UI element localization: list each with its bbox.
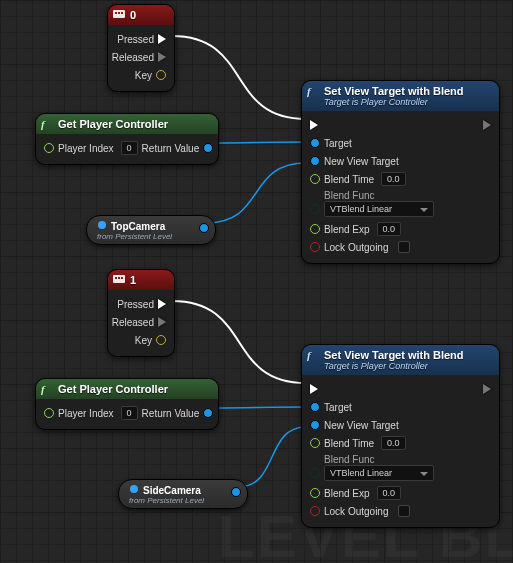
enum-pin-blendfunc[interactable] bbox=[310, 204, 320, 214]
exec-pin-in[interactable] bbox=[310, 384, 318, 394]
object-pin-return[interactable] bbox=[203, 408, 213, 418]
function-icon: f bbox=[41, 384, 52, 395]
event-header: 0 bbox=[108, 5, 174, 25]
node-input-event-1[interactable]: 1 Pressed Released Key bbox=[107, 269, 175, 357]
object-pin-out[interactable] bbox=[231, 487, 241, 497]
svg-rect-9 bbox=[118, 277, 120, 279]
pin-label-key: Key bbox=[131, 70, 156, 81]
pin-label-released: Released bbox=[108, 52, 158, 63]
function-icon: f bbox=[307, 86, 318, 97]
svg-rect-1 bbox=[115, 12, 117, 14]
wire bbox=[172, 36, 306, 119]
function-header: f Get Player Controller bbox=[36, 379, 218, 399]
svg-text:f: f bbox=[307, 86, 312, 97]
node-set-view-target-1[interactable]: f Set View Target with Blend Target is P… bbox=[301, 344, 500, 528]
pin-label-blendexp: Blend Exp bbox=[320, 488, 374, 499]
exec-pin-released[interactable] bbox=[158, 317, 166, 327]
pin-label-blendfunc: Blend Func bbox=[310, 190, 379, 201]
blendexp-value[interactable]: 0.0 bbox=[377, 486, 402, 500]
object-pin-newviewtarget[interactable] bbox=[310, 420, 320, 430]
node-variable-sidecamera[interactable]: SideCamera from Persistent Level bbox=[118, 479, 248, 509]
pin-label-return-value: Return Value bbox=[138, 143, 204, 154]
svg-rect-8 bbox=[115, 277, 117, 279]
exec-pin-pressed[interactable] bbox=[158, 299, 166, 309]
node-subtitle: Target is Player Controller bbox=[324, 361, 491, 371]
enum-pin-blendfunc[interactable] bbox=[310, 468, 320, 478]
variable-title: TopCamera bbox=[111, 221, 165, 232]
exec-pin-in[interactable] bbox=[310, 120, 318, 130]
pin-label-released: Released bbox=[108, 317, 158, 328]
pin-label-target: Target bbox=[320, 402, 356, 413]
exec-pin-out[interactable] bbox=[483, 120, 491, 130]
svg-text:f: f bbox=[307, 350, 312, 361]
event-header: 1 bbox=[108, 270, 174, 290]
svg-rect-3 bbox=[121, 12, 123, 14]
keyboard-event-icon bbox=[113, 275, 125, 285]
svg-rect-10 bbox=[121, 277, 123, 279]
blendfunc-select[interactable]: VTBlend Linear bbox=[324, 465, 434, 481]
object-pin-newviewtarget[interactable] bbox=[310, 156, 320, 166]
svg-rect-2 bbox=[118, 12, 120, 14]
float-pin-blendexp[interactable] bbox=[310, 488, 320, 498]
function-icon: f bbox=[307, 350, 318, 361]
bool-pin-lockoutgoing[interactable] bbox=[310, 242, 320, 252]
int-pin-player-index[interactable] bbox=[44, 143, 54, 153]
node-title: Get Player Controller bbox=[58, 383, 168, 395]
svg-point-12 bbox=[130, 485, 138, 493]
object-pin-target[interactable] bbox=[310, 138, 320, 148]
float-pin-blendtime[interactable] bbox=[310, 174, 320, 184]
pin-label-blendfunc: Blend Func bbox=[310, 454, 379, 465]
node-title: Set View Target with Blend bbox=[324, 349, 464, 361]
svg-point-5 bbox=[98, 221, 106, 229]
exec-pin-released[interactable] bbox=[158, 52, 166, 62]
node-get-player-controller-1[interactable]: f Get Player Controller Player Index 0 R… bbox=[35, 378, 219, 430]
pin-label-blendtime: Blend Time bbox=[320, 438, 378, 449]
node-title: Get Player Controller bbox=[58, 118, 168, 130]
function-header: f Set View Target with Blend Target is P… bbox=[302, 81, 499, 111]
pin-label-target: Target bbox=[320, 138, 356, 149]
pin-label-newviewtarget: New View Target bbox=[320, 156, 403, 167]
pin-label-player-index: Player Index bbox=[54, 143, 118, 154]
event-title: 0 bbox=[130, 9, 136, 21]
pin-label-return-value: Return Value bbox=[138, 408, 204, 419]
key-pin[interactable] bbox=[156, 335, 166, 345]
blendfunc-select[interactable]: VTBlend Linear bbox=[324, 201, 434, 217]
keyboard-event-icon bbox=[113, 10, 125, 20]
float-pin-blendexp[interactable] bbox=[310, 224, 320, 234]
variable-icon bbox=[129, 484, 139, 496]
pin-label-lockoutgoing: Lock Outgoing bbox=[320, 506, 393, 517]
event-title: 1 bbox=[130, 274, 136, 286]
bool-pin-lockoutgoing[interactable] bbox=[310, 506, 320, 516]
object-pin-return[interactable] bbox=[203, 143, 213, 153]
wire bbox=[172, 301, 306, 383]
pin-label-newviewtarget: New View Target bbox=[320, 420, 403, 431]
player-index-value[interactable]: 0 bbox=[121, 406, 138, 420]
node-input-event-0[interactable]: 0 Pressed Released Key bbox=[107, 4, 175, 92]
function-icon: f bbox=[41, 119, 52, 130]
exec-pin-out[interactable] bbox=[483, 384, 491, 394]
lockoutgoing-checkbox[interactable] bbox=[398, 505, 410, 517]
lockoutgoing-checkbox[interactable] bbox=[398, 241, 410, 253]
wire bbox=[238, 427, 306, 487]
function-header: f Set View Target with Blend Target is P… bbox=[302, 345, 499, 375]
blendtime-value[interactable]: 0.0 bbox=[381, 436, 406, 450]
pin-label-blendtime: Blend Time bbox=[320, 174, 378, 185]
exec-pin-pressed[interactable] bbox=[158, 34, 166, 44]
pin-label-lockoutgoing: Lock Outgoing bbox=[320, 242, 393, 253]
node-subtitle: Target is Player Controller bbox=[324, 97, 491, 107]
node-set-view-target-0[interactable]: f Set View Target with Blend Target is P… bbox=[301, 80, 500, 264]
key-pin[interactable] bbox=[156, 70, 166, 80]
player-index-value[interactable]: 0 bbox=[121, 141, 138, 155]
pin-label-blendexp: Blend Exp bbox=[320, 224, 374, 235]
node-get-player-controller-0[interactable]: f Get Player Controller Player Index 0 R… bbox=[35, 113, 219, 165]
float-pin-blendtime[interactable] bbox=[310, 438, 320, 448]
wire bbox=[210, 407, 306, 408]
blendtime-value[interactable]: 0.0 bbox=[381, 172, 406, 186]
node-variable-topcamera[interactable]: TopCamera from Persistent Level bbox=[86, 215, 216, 245]
pin-label-pressed: Pressed bbox=[113, 34, 158, 45]
variable-subtitle: from Persistent Level bbox=[97, 232, 203, 241]
blendexp-value[interactable]: 0.0 bbox=[377, 222, 402, 236]
object-pin-target[interactable] bbox=[310, 402, 320, 412]
int-pin-player-index[interactable] bbox=[44, 408, 54, 418]
object-pin-out[interactable] bbox=[199, 223, 209, 233]
